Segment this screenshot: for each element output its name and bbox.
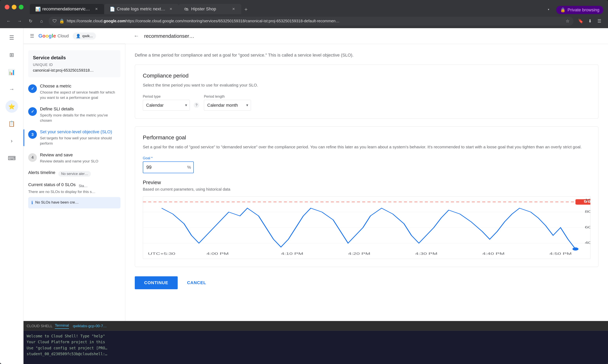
- step-3-content: Set your service-level objective (SLO) S…: [40, 129, 121, 146]
- cloud-shell-tab[interactable]: Terminal: [55, 323, 69, 329]
- page-header-left: ☰ Google Cloud 👤 qwik...: [24, 28, 125, 44]
- step-active-bar: [24, 129, 24, 146]
- sidebar-icon-terminal[interactable]: ⌨: [5, 152, 18, 164]
- action-buttons: CONTINUE CANCEL: [135, 276, 599, 289]
- preview-chart: 99% 100% 80% 60% 40%: [143, 196, 590, 259]
- browser-window: 📊 recommendationservice – Moni… ✕ 📄 Crea…: [0, 0, 608, 364]
- tab-hipster-shop[interactable]: 🛍 Hipster Shop ✕: [179, 4, 241, 14]
- page-body: Service details UNIQUE ID canonical-ist:…: [24, 44, 608, 321]
- tab-label-3: Hipster Shop: [191, 6, 229, 12]
- section-header: Define a time period for compliance and …: [135, 52, 599, 58]
- step-3-number: 3: [28, 130, 37, 139]
- shell-line-3: Use "gcloud config set project [PRO…: [27, 345, 605, 351]
- home-button[interactable]: ⌂: [38, 17, 45, 25]
- tab-favicon-2: 📄: [110, 7, 114, 11]
- close-button[interactable]: [5, 5, 9, 9]
- new-tab-button[interactable]: +: [241, 5, 251, 14]
- page-back-button[interactable]: ←: [132, 31, 141, 41]
- shell-line-2: Your Cloud Platform project in this: [27, 339, 605, 345]
- cloud-shell-session[interactable]: qwiklabs-gcp-00-7…: [73, 324, 107, 328]
- step-4-title: Review and save: [40, 153, 121, 157]
- svg-text:4:00 PM: 4:00 PM: [206, 252, 229, 256]
- tab-favicon-3: 🛍: [184, 7, 189, 11]
- info-banner: ℹ No SLOs have been cre…: [28, 197, 121, 208]
- unique-id-label: UNIQUE ID: [33, 63, 116, 67]
- sidebar-icon-monitoring[interactable]: 📊: [5, 66, 18, 78]
- bookmark-button[interactable]: 🔖: [577, 17, 584, 25]
- step-1: ✓ Choose a metric Choose the aspect of s…: [28, 84, 121, 100]
- account-label: qwik...: [82, 34, 93, 38]
- help-icon[interactable]: ?: [194, 102, 199, 108]
- nav-bar: ← → ↻ ⌂ 🛡 🔒 https://console.cloud.google…: [0, 14, 608, 28]
- step-1-number: ✓: [28, 84, 37, 93]
- period-type-select-wrapper: Calendar Rolling ▾: [143, 100, 190, 111]
- sidebar-icon-reports[interactable]: 📋: [5, 117, 18, 130]
- sidebar-icon-active[interactable]: ⭐: [5, 100, 18, 113]
- address-bar[interactable]: 🛡 🔒 https://console.cloud.google.comhttp…: [49, 17, 574, 26]
- sidebar-icon-chevron[interactable]: ›: [5, 135, 18, 147]
- refresh-button[interactable]: ↻: [27, 17, 34, 25]
- cloud-shell: CLOUD SHELL Terminal qwiklabs-gcp-00-7… …: [24, 321, 608, 364]
- sidebar-icon-menu[interactable]: ☰: [5, 31, 18, 44]
- unique-id-value: canonical-ist:proj-653250159318…: [33, 68, 116, 73]
- service-details-title: Service details: [33, 55, 116, 61]
- cloud-shell-header: CLOUD SHELL Terminal qwiklabs-gcp-00-7…: [24, 321, 608, 331]
- chart-container: 99% 100% 80% 60% 40%: [143, 196, 591, 259]
- right-panel: Define a time period for compliance and …: [125, 44, 608, 321]
- private-label: Private browsing: [567, 7, 599, 13]
- service-details-card: Service details UNIQUE ID canonical-ist:…: [28, 50, 121, 77]
- svg-text:60%: 60%: [585, 226, 590, 229]
- tab-close-2[interactable]: ✕: [168, 7, 173, 11]
- slo-status-label: Sta…: [79, 184, 88, 188]
- sidebar-icon-forward[interactable]: →: [5, 83, 18, 95]
- hamburger-menu[interactable]: ☰: [28, 32, 36, 40]
- left-panel: Service details UNIQUE ID canonical-ist:…: [24, 44, 125, 321]
- goal-input-wrapper: %: [143, 161, 194, 173]
- preview-title: Preview: [143, 180, 591, 185]
- step-2-content: Define SLI details Specify more details …: [40, 106, 121, 123]
- cloud-shell-title: CLOUD SHELL: [27, 324, 53, 328]
- menu-button[interactable]: ☰: [595, 17, 603, 25]
- star-icon[interactable]: ☆: [566, 19, 570, 24]
- forward-nav-button[interactable]: →: [16, 17, 24, 25]
- preview-section: Preview Based on current parameters, usi…: [143, 180, 591, 259]
- compliance-period-title: Compliance period: [143, 73, 591, 79]
- goal-percent-symbol: %: [187, 165, 191, 170]
- tab-close-3[interactable]: ✕: [231, 7, 236, 11]
- cloud-shell-body[interactable]: Welcome to Cloud Shell! Type "help" Your…: [24, 331, 608, 364]
- step-3-desc: Set targets for how well your service sh…: [40, 136, 121, 146]
- google-g: Google: [38, 33, 56, 39]
- period-length-select[interactable]: Calendar month Calendar week Calendar da…: [204, 100, 251, 111]
- steps-container: ✓ Choose a metric Choose the aspect of s…: [28, 84, 121, 164]
- back-nav-button[interactable]: ←: [5, 17, 13, 25]
- tab-dropdown-button[interactable]: ▾: [544, 5, 553, 14]
- period-type-select[interactable]: Calendar Rolling: [143, 100, 190, 111]
- account-selector[interactable]: 👤 qwik...: [73, 32, 96, 39]
- cancel-button[interactable]: CANCEL: [181, 276, 213, 289]
- period-type-label-row: Period type: [143, 94, 199, 100]
- step-2-number: ✓: [28, 107, 37, 116]
- minimize-button[interactable]: [12, 5, 16, 9]
- sidebar-icon-home[interactable]: ⊞: [5, 49, 18, 61]
- svg-text:4:30 PM: 4:30 PM: [415, 252, 437, 256]
- step-2-desc: Specify more details for the metric you'…: [40, 113, 121, 123]
- period-length-select-wrapper: Calendar month Calendar week Calendar da…: [204, 100, 251, 111]
- svg-text:4:40 PM: 4:40 PM: [482, 252, 504, 256]
- info-message: No SLOs have been cre…: [35, 200, 79, 205]
- period-length-label: Period length: [204, 94, 251, 99]
- lock-icon: 🔒: [59, 19, 65, 24]
- step-3: 3 Set your service-level objective (SLO)…: [28, 129, 121, 146]
- tabs-bar: 📊 recommendationservice – Moni… ✕ 📄 Crea…: [27, 0, 603, 14]
- maximize-button[interactable]: [19, 5, 24, 9]
- tab-close-1[interactable]: ✕: [94, 7, 99, 11]
- svg-text:4:50 PM: 4:50 PM: [549, 252, 572, 256]
- step-4: 4 Review and save Review details and nam…: [28, 153, 121, 164]
- tab-recommendationservice[interactable]: 📊 recommendationservice – Moni… ✕: [30, 4, 104, 14]
- svg-text:100%: 100%: [585, 198, 590, 202]
- tab-favicon-1: 📊: [35, 7, 40, 11]
- download-button[interactable]: ⬇: [586, 17, 594, 25]
- dropdowns-row: Period type Calendar Rolling ▾: [143, 94, 591, 111]
- tab-create-logs[interactable]: 📄 Create logs metric next steps - ✕: [104, 4, 179, 14]
- continue-button[interactable]: CONTINUE: [135, 276, 178, 289]
- goal-input[interactable]: [143, 161, 194, 173]
